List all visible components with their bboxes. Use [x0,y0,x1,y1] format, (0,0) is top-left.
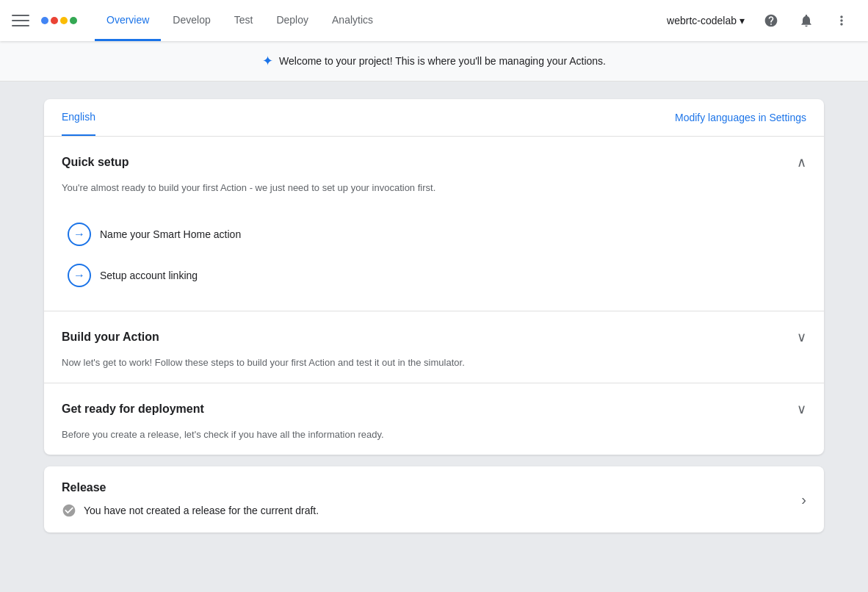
build-action-title: Build your Action [62,331,159,344]
quick-setup-items: → Name your Smart Home action → Setup ac… [44,208,824,311]
dropdown-arrow-icon: ▾ [739,15,745,26]
nav-left: Overview Develop Test Deploy Analytics [12,0,385,41]
google-logo [41,17,77,24]
quick-setup-chevron-icon: ∧ [797,154,806,170]
arrow-circle-icon-2: → [68,264,91,287]
hamburger-menu-icon[interactable] [12,12,29,29]
google-dot-blue [41,17,48,24]
release-chevron-icon[interactable]: › [801,491,806,508]
nav-right: webrtc-codelab ▾ [661,6,856,35]
arrow-circle-icon-1: → [68,223,91,246]
setup-account-linking-label: Setup account linking [100,270,198,281]
check-circle-icon [62,503,76,518]
tab-deploy[interactable]: Deploy [264,0,320,41]
tab-develop[interactable]: Develop [161,0,222,41]
deployment-chevron-icon: ∨ [797,401,806,417]
name-smart-home-item[interactable]: → Name your Smart Home action [62,214,806,255]
google-dot-green [70,17,77,24]
notifications-icon[interactable] [792,6,821,35]
main-content: English Modify languages in Settings Qui… [0,82,868,550]
google-dot-yellow [60,17,68,24]
more-options-icon[interactable] [827,6,856,35]
welcome-banner: ✦ Welcome to your project! This is where… [0,41,868,82]
quick-setup-section: Quick setup ∧ You're almost ready to bui… [44,137,824,311]
tab-analytics[interactable]: Analytics [320,0,385,41]
project-selector[interactable]: webrtc-codelab ▾ [661,10,751,31]
release-item-text: You have not created a release for the c… [84,505,319,516]
project-name: webrtc-codelab [667,15,737,26]
release-left: Release You have not created a release f… [62,481,319,518]
quick-setup-title: Quick setup [62,156,129,169]
deployment-section: Get ready for deployment ∨ Before you cr… [44,383,824,455]
modify-languages-link[interactable]: Modify languages in Settings [675,112,806,123]
build-action-subtitle: Now let's get to work! Follow these step… [44,357,824,383]
deployment-title: Get ready for deployment [62,403,204,416]
quick-setup-header[interactable]: Quick setup ∧ [44,137,824,179]
tab-overview[interactable]: Overview [95,0,161,41]
build-action-header[interactable]: Build your Action ∨ [44,311,824,354]
sparkle-icon: ✦ [262,53,273,69]
build-action-title-block: Build your Action [62,331,159,344]
google-dot-red [51,17,58,24]
nav-tabs: Overview Develop Test Deploy Analytics [95,0,385,41]
deployment-header[interactable]: Get ready for deployment ∨ [44,383,824,426]
quick-setup-subtitle: You're almost ready to build your first … [44,182,824,208]
language-tabs-bar: English Modify languages in Settings [44,99,824,137]
build-action-section: Build your Action ∨ Now let's get to wor… [44,311,824,383]
deployment-subtitle: Before you create a release, let's check… [44,429,824,455]
release-item: You have not created a release for the c… [62,503,319,518]
release-card: Release You have not created a release f… [44,466,824,533]
setup-account-linking-item[interactable]: → Setup account linking [62,255,806,296]
build-action-chevron-icon: ∨ [797,329,806,345]
name-smart-home-label: Name your Smart Home action [100,228,241,240]
quick-setup-title-block: Quick setup [62,156,129,169]
deployment-title-block: Get ready for deployment [62,403,204,416]
help-icon[interactable] [756,6,786,35]
main-card: English Modify languages in Settings Qui… [44,99,824,455]
tab-test[interactable]: Test [223,0,265,41]
release-title: Release [62,481,319,494]
welcome-text: Welcome to your project! This is where y… [279,55,606,67]
top-navigation: Overview Develop Test Deploy Analytics w… [0,0,868,41]
english-language-tab[interactable]: English [62,99,95,136]
